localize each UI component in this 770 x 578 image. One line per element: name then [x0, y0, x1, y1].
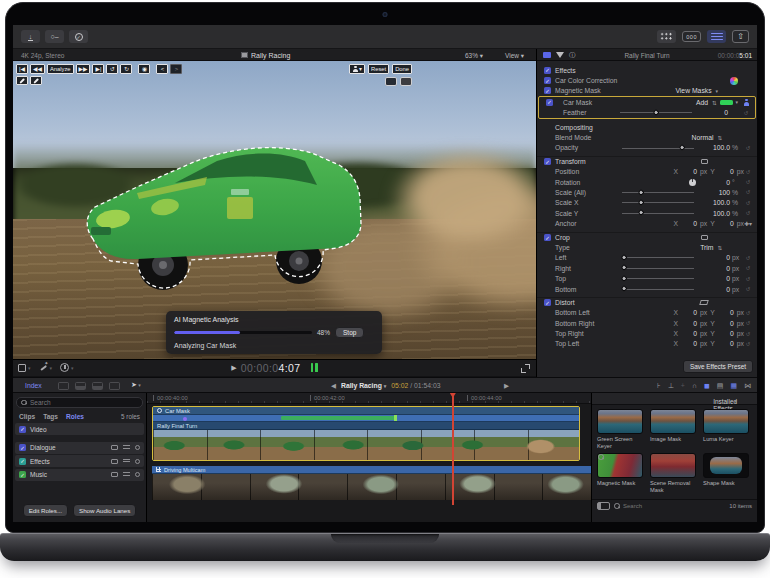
previous-frame-button[interactable]: |◀: [16, 64, 28, 74]
masked-car[interactable]: [77, 133, 373, 303]
distort-onscreen-icon[interactable]: [699, 300, 709, 305]
pause-indicator-icon[interactable]: [311, 363, 318, 372]
multicam-clip-bar[interactable]: Driving Multicam: [152, 466, 591, 474]
transform-onscreen-icon[interactable]: [701, 159, 708, 164]
next-frame-button[interactable]: ▶|: [92, 64, 104, 74]
connect-icon[interactable]: ⊦: [657, 382, 661, 390]
share-button[interactable]: ⇧: [732, 30, 749, 43]
show-audio-lanes-button[interactable]: Show Audio Lanes: [73, 504, 136, 517]
effect-item[interactable]: Shape Mask: [703, 453, 751, 493]
play-button[interactable]: ▶: [231, 364, 236, 372]
waveform-icon[interactable]: [123, 459, 130, 464]
rotation-dial[interactable]: [689, 179, 696, 186]
waveform-icon[interactable]: [123, 472, 130, 477]
index-toggle-button[interactable]: Index: [25, 382, 42, 389]
effects-browser-icon[interactable]: ▦: [730, 382, 737, 390]
index-search-field[interactable]: [16, 397, 143, 408]
timeline-index-badge[interactable]: 000: [682, 31, 701, 42]
import-button[interactable]: ↓: [21, 30, 40, 43]
fast-forward-button[interactable]: ▶▶: [76, 64, 91, 74]
media-browser-icon[interactable]: ▤: [717, 382, 724, 390]
crop-left-slider[interactable]: [622, 254, 694, 262]
distort-top-left-xy[interactable]: X0px Y0px: [674, 340, 744, 347]
remove-stroke-pen-icon[interactable]: [30, 76, 42, 85]
mask-add-menu[interactable]: Add ⇅: [696, 99, 717, 106]
focus-icon[interactable]: [135, 445, 140, 450]
color-wheel-icon[interactable]: [730, 77, 738, 85]
viewer-view-menu[interactable]: View ▾: [505, 52, 524, 60]
viewer-zoom-menu[interactable]: 63% ▾: [465, 52, 483, 60]
subject-person-icon[interactable]: [743, 99, 750, 106]
lane-icon[interactable]: [111, 445, 118, 450]
effects-checkbox[interactable]: ✓: [544, 67, 551, 74]
scale-x-slider[interactable]: [622, 199, 694, 207]
appearance-option-icon[interactable]: [58, 382, 69, 390]
fullscreen-icon[interactable]: [521, 364, 530, 373]
stroke-back-button[interactable]: <: [156, 64, 168, 74]
distort-bottom-left-xy[interactable]: X0px Y0px: [674, 309, 744, 316]
scale-all-slider[interactable]: [622, 188, 694, 196]
effects-role-checkbox[interactable]: ✓: [19, 458, 26, 465]
rewind-button[interactable]: ◀◀: [30, 64, 45, 74]
crop-bottom-value[interactable]: 0: [700, 286, 730, 293]
role-row-music[interactable]: ✓ Music: [15, 469, 144, 481]
crop-right-value[interactable]: 0: [700, 265, 730, 272]
loop-forward-button[interactable]: ↻: [120, 64, 132, 74]
fx-sidebar-toggle-icon[interactable]: [597, 502, 610, 510]
fx-search-input[interactable]: [623, 503, 693, 509]
stroke-forward-button[interactable]: >: [170, 64, 182, 74]
keyword-editor-button[interactable]: ○–: [45, 30, 64, 43]
edit-roles-button[interactable]: Edit Roles...: [23, 504, 68, 517]
transform-checkbox[interactable]: ✓: [544, 158, 551, 165]
opacity-slider[interactable]: [622, 144, 694, 152]
append-icon[interactable]: +: [681, 382, 685, 389]
crop-top-slider[interactable]: [622, 275, 694, 283]
tab-clips[interactable]: Clips: [19, 413, 35, 420]
effect-item[interactable]: Green Screen Keyer: [597, 409, 645, 449]
position-xy[interactable]: X0px Y0px: [674, 168, 744, 175]
effect-item[interactable]: Magnetic Mask: [597, 453, 645, 493]
timeline-pane[interactable]: 00:00:40:00 00:00:42:00 00:00:44:00 Car …: [146, 393, 591, 522]
transitions-browser-icon[interactable]: ⋈: [744, 382, 751, 390]
timeline-ruler[interactable]: 00:00:40:00 00:00:42:00 00:00:44:00: [147, 393, 591, 404]
video-role-checkbox[interactable]: ✓: [19, 426, 26, 433]
effect-item[interactable]: Image Mask: [650, 409, 698, 449]
mask-analysis-bar[interactable]: [153, 415, 579, 422]
rally-filmstrip[interactable]: [153, 430, 579, 460]
car-color-correction-checkbox[interactable]: ✓: [544, 77, 551, 84]
effect-item[interactable]: Luma Keyer: [703, 409, 751, 449]
tab-roles[interactable]: Roles: [66, 413, 84, 420]
distort-bottom-right-xy[interactable]: X0px Y0px: [674, 320, 744, 327]
next-timeline-button[interactable]: ▶: [504, 382, 509, 390]
blend-mode-menu[interactable]: Normal ⇅: [692, 134, 722, 141]
loop-back-button[interactable]: ↺: [106, 64, 118, 74]
crop-onscreen-icon[interactable]: [701, 235, 708, 240]
previous-timeline-button[interactable]: ◀: [331, 382, 336, 390]
mask-color-swatch[interactable]: [720, 100, 733, 106]
appearance-option-icon[interactable]: [92, 382, 103, 390]
audio-skimming-icon[interactable]: ∩: [692, 382, 697, 389]
tab-tags[interactable]: Tags: [43, 413, 58, 420]
car-mask-checkbox[interactable]: ✓: [546, 99, 553, 106]
mask-fill-toggle[interactable]: [400, 77, 412, 86]
tools-menu[interactable]: ➤ ▾: [131, 381, 141, 389]
feather-slider[interactable]: [620, 109, 692, 117]
scale-all-value[interactable]: 100: [700, 189, 730, 196]
timeline-project-menu[interactable]: Rally Racing ▾: [341, 382, 386, 389]
stop-button[interactable]: Stop: [335, 327, 364, 338]
role-row-effects[interactable]: ✓ Effects: [15, 455, 144, 467]
feather-value[interactable]: 0: [698, 109, 728, 116]
distort-top-right-xy[interactable]: X0px Y0px: [674, 330, 744, 337]
appearance-menu-icon[interactable]: [109, 382, 120, 390]
lane-icon[interactable]: [111, 459, 118, 464]
mask-outline-toggle[interactable]: [385, 77, 397, 86]
rally-clip-label[interactable]: Rally Final Turn: [153, 422, 579, 430]
done-button[interactable]: Done: [392, 64, 412, 74]
crop-right-slider[interactable]: [622, 264, 694, 272]
music-role-checkbox[interactable]: ✓: [19, 471, 26, 478]
crop-checkbox[interactable]: ✓: [544, 234, 551, 241]
dialogue-role-checkbox[interactable]: ✓: [19, 444, 26, 451]
focus-icon[interactable]: [135, 472, 140, 477]
save-effects-preset-button[interactable]: Save Effects Preset: [683, 360, 753, 373]
crop-type-menu[interactable]: Trim ⇅: [700, 244, 722, 251]
